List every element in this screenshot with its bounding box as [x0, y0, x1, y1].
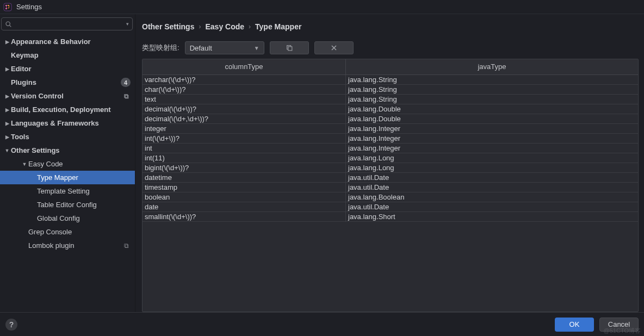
expand-caret-icon[interactable]: [3, 93, 11, 99]
cell-javatype[interactable]: java.lang.String: [346, 94, 639, 104]
sidebar-item[interactable]: Lombok plugin⧉: [0, 239, 135, 252]
sidebar-item[interactable]: Build, Execution, Deployment: [0, 103, 135, 116]
expand-caret-icon[interactable]: [21, 161, 28, 167]
sidebar-item[interactable]: Tools: [0, 130, 135, 144]
sidebar-item[interactable]: Template Setting: [0, 184, 135, 198]
svg-rect-0: [4, 3, 11, 11]
settings-search[interactable]: ▾: [1, 17, 133, 30]
table-row[interactable]: int(\(\d+\))?java.lang.Integer: [143, 133, 638, 143]
sidebar-item-label: Languages & Frameworks: [11, 119, 131, 127]
cell-javatype[interactable]: java.lang.Double: [346, 104, 639, 114]
cell-columntype[interactable]: boolean: [143, 192, 346, 202]
cell-columntype[interactable]: char(\(\d+\))?: [143, 84, 346, 94]
table-row[interactable]: decimal(\(\d+,\d+\))?java.lang.Double: [143, 114, 638, 123]
cell-javatype[interactable]: java.lang.Double: [346, 114, 639, 123]
table-row[interactable]: smallint(\(\d+\))?java.lang.Short: [143, 211, 638, 221]
settings-search-input[interactable]: [14, 20, 126, 28]
column-header-columntype[interactable]: columnType: [143, 59, 346, 74]
cell-javatype[interactable]: java.lang.Long: [346, 163, 639, 172]
cell-columntype[interactable]: varchar(\(\d+\))?: [143, 74, 346, 84]
cell-columntype[interactable]: integer: [143, 123, 346, 133]
cell-columntype[interactable]: datetime: [143, 172, 346, 182]
settings-tree[interactable]: Appearance & BehaviorKeymapEditorPlugins…: [0, 34, 135, 312]
cancel-button[interactable]: Cancel: [599, 318, 639, 332]
cell-javatype[interactable]: java.util.Date: [346, 182, 639, 192]
table-row[interactable]: intjava.lang.Integer: [143, 143, 638, 153]
cell-columntype[interactable]: text: [143, 94, 346, 104]
titlebar: Settings: [0, 0, 644, 14]
sidebar-item[interactable]: Table Editor Config: [0, 198, 135, 211]
sidebar-item-label: Build, Execution, Deployment: [11, 105, 131, 114]
breadcrumb-item[interactable]: Easy Code: [205, 22, 244, 31]
cell-columntype[interactable]: decimal(\(\d+,\d+\))?: [143, 114, 346, 123]
table-row[interactable]: datetimejava.util.Date: [143, 172, 638, 182]
table-row[interactable]: datejava.util.Date: [143, 202, 638, 211]
sidebar-item[interactable]: Version Control⧉: [0, 89, 135, 103]
cell-javatype[interactable]: java.lang.Integer: [346, 133, 639, 143]
copy-button[interactable]: [270, 41, 309, 54]
project-scope-icon: ⧉: [122, 242, 131, 250]
cell-javatype[interactable]: java.lang.Boolean: [346, 192, 639, 202]
expand-caret-icon[interactable]: [3, 134, 11, 140]
sidebar-item[interactable]: Easy Code: [0, 157, 135, 171]
cell-javatype[interactable]: java.util.Date: [346, 172, 639, 182]
expand-caret-icon[interactable]: [3, 120, 11, 126]
sidebar-item[interactable]: Grep Console: [0, 225, 135, 239]
cell-columntype[interactable]: decimal(\(\d+\))?: [143, 104, 346, 114]
sidebar-item[interactable]: Editor: [0, 62, 135, 76]
table-row[interactable]: varchar(\(\d+\))?java.lang.String: [143, 74, 638, 84]
sidebar-item[interactable]: Appearance & Behavior: [0, 35, 135, 48]
table-row[interactable]: char(\(\d+\))?java.lang.String: [143, 84, 638, 94]
sidebar-item-label: Table Editor Config: [37, 201, 131, 209]
group-label: 类型映射组:: [142, 43, 179, 53]
dropdown-value: Default: [190, 44, 212, 52]
sidebar-item[interactable]: Other Settings: [0, 144, 135, 157]
table-row[interactable]: timestampjava.util.Date: [143, 182, 638, 192]
sidebar-item[interactable]: Type Mapper: [0, 171, 135, 184]
window-title: Settings: [16, 3, 42, 11]
sidebar-item[interactable]: Languages & Frameworks: [0, 116, 135, 130]
chevron-down-icon: ▼: [254, 45, 259, 51]
help-button[interactable]: ?: [5, 319, 17, 331]
column-header-javatype[interactable]: javaType: [346, 59, 639, 74]
sidebar-item-label: Version Control: [11, 92, 122, 100]
ok-button-label: OK: [569, 320, 580, 328]
cell-columntype[interactable]: int: [143, 143, 346, 153]
group-dropdown[interactable]: Default ▼: [185, 41, 264, 54]
cell-columntype[interactable]: date: [143, 202, 346, 211]
table-row[interactable]: decimal(\(\d+\))?java.lang.Double: [143, 104, 638, 114]
cancel-button-label: Cancel: [608, 320, 630, 328]
cell-javatype[interactable]: java.lang.Long: [346, 153, 639, 163]
breadcrumb-item[interactable]: Other Settings: [142, 22, 194, 31]
cell-columntype[interactable]: int(11): [143, 153, 346, 163]
cell-columntype[interactable]: smallint(\(\d+\))?: [143, 211, 346, 221]
table-empty-area[interactable]: [143, 222, 638, 312]
table-row[interactable]: textjava.lang.String: [143, 94, 638, 104]
cell-javatype[interactable]: java.lang.String: [346, 74, 639, 84]
table-row[interactable]: int(11)java.lang.Long: [143, 153, 638, 163]
cell-columntype[interactable]: timestamp: [143, 182, 346, 192]
expand-caret-icon[interactable]: [3, 147, 11, 153]
expand-caret-icon[interactable]: [3, 66, 11, 72]
svg-rect-4: [288, 47, 292, 51]
cell-columntype[interactable]: int(\(\d+\))?: [143, 133, 346, 143]
expand-caret-icon[interactable]: [3, 39, 11, 45]
cell-javatype[interactable]: java.util.Date: [346, 202, 639, 211]
table-row[interactable]: integerjava.lang.Integer: [143, 123, 638, 133]
type-mapping-table[interactable]: columnType javaType varchar(\(\d+\))?jav…: [142, 59, 639, 312]
table-row[interactable]: booleanjava.lang.Boolean: [143, 192, 638, 202]
ok-button[interactable]: OK: [555, 318, 594, 332]
cell-javatype[interactable]: java.lang.String: [346, 84, 639, 94]
cell-javatype[interactable]: java.lang.Integer: [346, 143, 639, 153]
sidebar-item[interactable]: Plugins4: [0, 76, 135, 89]
table-row[interactable]: bigint(\(\d+\))?java.lang.Long: [143, 163, 638, 172]
cell-columntype[interactable]: bigint(\(\d+\))?: [143, 163, 346, 172]
sidebar-item-label: Tools: [11, 133, 131, 141]
cell-javatype[interactable]: java.lang.Short: [346, 211, 639, 221]
expand-caret-icon[interactable]: [3, 107, 11, 113]
sidebar-item[interactable]: Keymap: [0, 48, 135, 62]
table-header-row: columnType javaType: [143, 59, 638, 74]
cell-javatype[interactable]: java.lang.Integer: [346, 123, 639, 133]
sidebar-item[interactable]: Global Config: [0, 211, 135, 225]
delete-button[interactable]: [314, 41, 354, 54]
